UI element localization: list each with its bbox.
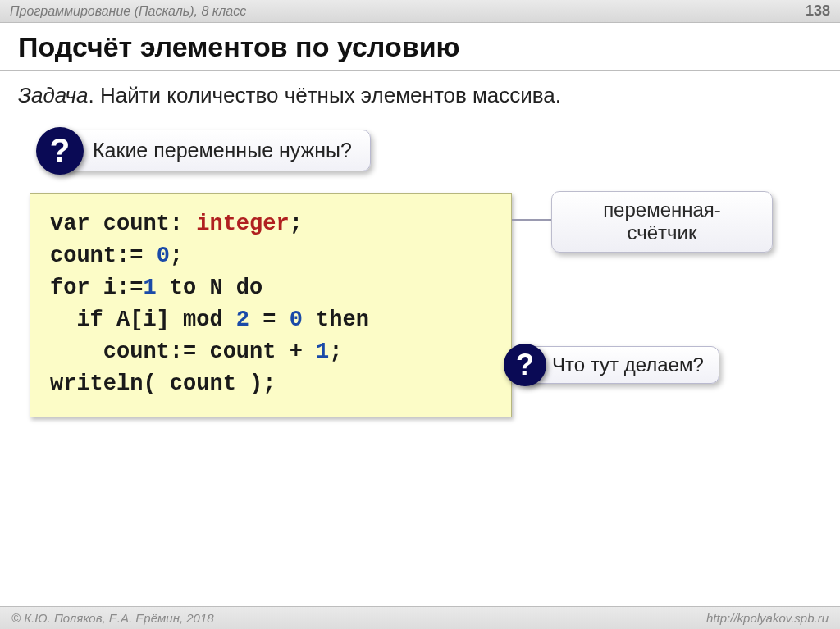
task-paragraph: Задача. Найти количество чётных элементо…: [18, 82, 822, 109]
annotation-line: переменная-: [603, 198, 721, 221]
course-label: Программирование (Паскаль), 8 класс: [10, 4, 246, 19]
callout-question-1: ? Какие переменные нужны?: [36, 127, 822, 175]
question-mark-icon: ?: [36, 127, 84, 175]
slide-title: Подсчёт элементов по условию: [0, 23, 840, 71]
code-literal: 0: [290, 308, 303, 332]
code-text: count:=: [50, 244, 157, 268]
code-text: writeln( count );: [50, 371, 276, 396]
code-text: if A[i] mod: [50, 308, 236, 332]
code-literal: 1: [143, 276, 156, 300]
code-block: var count: integer; count:= 0; for i:=1 …: [30, 193, 512, 418]
footer-bar: © К.Ю. Поляков, Е.А. Ерёмин, 2018 http:/…: [0, 606, 840, 629]
code-type-keyword: integer: [196, 212, 289, 236]
task-text: Найти количество чётных элементов массив…: [100, 83, 561, 107]
connector-line: [512, 219, 553, 221]
code-text: then: [303, 308, 369, 332]
code-text: to N do: [157, 276, 263, 300]
code-text: ;: [170, 244, 183, 268]
code-literal: 1: [316, 340, 329, 364]
code-area: var count: integer; count:= 0; for i:=1 …: [18, 193, 822, 418]
content-area: Задача. Найти количество чётных элементо…: [0, 71, 840, 417]
code-literal: 2: [236, 308, 249, 332]
code-text: for i:=: [50, 276, 143, 300]
code-text: =: [249, 308, 290, 332]
question-mark-icon: ?: [504, 344, 546, 386]
callout-text-2: Что тут делаем?: [522, 346, 719, 384]
copyright: © К.Ю. Поляков, Е.А. Ерёмин, 2018: [11, 611, 214, 625]
annotation-line: счётчик: [628, 221, 697, 244]
task-label: Задача: [18, 83, 88, 107]
task-sep: .: [88, 83, 99, 107]
header-bar: Программирование (Паскаль), 8 класс 138: [0, 0, 840, 23]
code-literal: 0: [157, 244, 170, 268]
code-text: count:= count +: [50, 340, 316, 364]
code-text: ;: [290, 212, 303, 236]
callout-question-2: ? Что тут делаем?: [504, 344, 719, 386]
annotation-counter-var: переменная- счётчик: [551, 191, 773, 253]
page-number: 138: [806, 2, 830, 20]
code-text: ;: [329, 340, 342, 364]
footer-url: http://kpolyakov.spb.ru: [706, 611, 829, 625]
callout-text-1: Какие переменные нужны?: [59, 130, 371, 171]
code-text: var count:: [50, 212, 196, 236]
